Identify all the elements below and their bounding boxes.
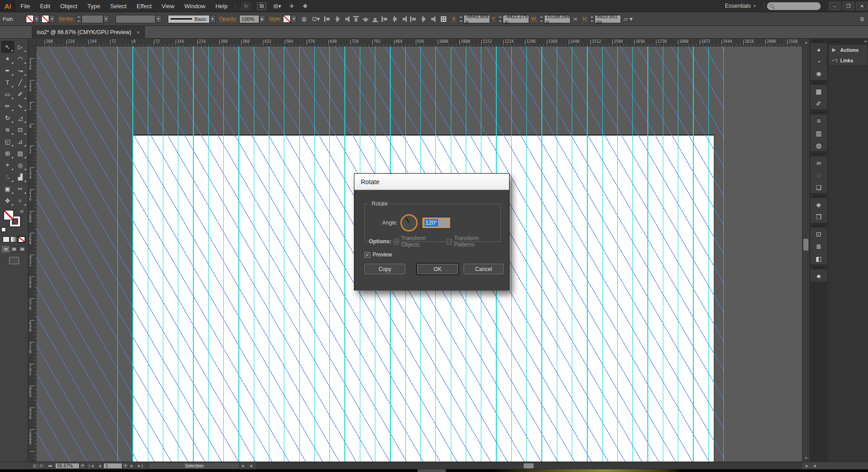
- touch-workspace-icon[interactable]: ❖: [303, 3, 308, 10]
- profile-dropdown[interactable]: ▼: [210, 15, 216, 23]
- ok-button[interactable]: OK: [417, 264, 458, 274]
- copy-button[interactable]: Copy: [364, 264, 405, 274]
- hand-tool[interactable]: ✥: [1, 195, 14, 206]
- x-stepper[interactable]: ▲▼: [459, 15, 464, 23]
- next-artboard-icon[interactable]: ▶: [131, 464, 133, 468]
- h-stepper[interactable]: ▲▼: [590, 15, 595, 23]
- previous-artboard-icon[interactable]: ◀: [98, 464, 101, 468]
- bridge-button[interactable]: Br: [242, 2, 251, 10]
- style-label[interactable]: Style:: [269, 16, 282, 22]
- symbols-panel-icon[interactable]: ♣: [810, 270, 827, 282]
- status-display[interactable]: Selection: [149, 462, 240, 469]
- pathfinder-panel-icon[interactable]: ◧: [810, 252, 827, 265]
- artboard-number-field[interactable]: 1: [103, 463, 122, 469]
- panel-grip[interactable]: [830, 41, 842, 42]
- export-icon[interactable]: ➦: [48, 463, 52, 469]
- panel-group-grip[interactable]: [810, 110, 828, 115]
- preview-checkbox[interactable]: ✓: [364, 252, 370, 258]
- fill-swatch[interactable]: [26, 15, 34, 23]
- menu-effect[interactable]: Effect: [131, 0, 156, 12]
- last-artboard-icon[interactable]: ▶❙: [138, 464, 144, 468]
- h-field[interactable]: 9923.551 px: [595, 15, 621, 23]
- menu-edit[interactable]: Edit: [35, 0, 55, 12]
- menu-help[interactable]: Help: [210, 0, 232, 12]
- mesh-tool[interactable]: ⊞: [1, 147, 14, 159]
- symbol-sprayer-tool[interactable]: ∴: [1, 171, 14, 183]
- panel-group-grip[interactable]: [810, 39, 828, 43]
- close-button[interactable]: ✕: [856, 2, 868, 10]
- color-button[interactable]: [3, 236, 10, 242]
- symbols-preview-panel-icon[interactable]: ◌: [810, 169, 827, 181]
- dialog-title-bar[interactable]: Rotate: [354, 174, 509, 190]
- fill-color-swatch[interactable]: [4, 210, 14, 220]
- stroke-dropdown[interactable]: ▼: [49, 15, 55, 23]
- horizontal-scrollbar[interactable]: [256, 462, 801, 469]
- panel-menu-icon[interactable]: ≣: [860, 16, 864, 22]
- align-horizontal-right-icon[interactable]: [343, 16, 349, 22]
- style-dropdown[interactable]: ▼: [291, 15, 297, 23]
- slice-tool[interactable]: ✂: [14, 183, 27, 195]
- w-field[interactable]: 15188.094 p: [544, 15, 570, 23]
- first-artboard-icon[interactable]: ❙◀: [88, 464, 94, 468]
- align-vertical-center-icon[interactable]: [363, 16, 368, 22]
- none-button[interactable]: [18, 236, 25, 242]
- panel-group-grip[interactable]: [810, 80, 828, 85]
- vertical-ruler[interactable]: 2161447207214421628836043250457664872079…: [28, 46, 36, 462]
- links-panel-tab[interactable]: ⌐⁊ Links: [828, 55, 868, 65]
- shear-icon[interactable]: ▱ ▾: [624, 15, 633, 22]
- zoom-dropdown[interactable]: ▼: [80, 463, 86, 469]
- lasso-tool[interactable]: ◠: [14, 53, 27, 65]
- fill-dropdown[interactable]: ▼: [34, 15, 40, 23]
- scale-tool[interactable]: ◿: [14, 112, 27, 124]
- collapse-panels-icon[interactable]: ◂◂: [864, 40, 866, 43]
- scroll-up-icon[interactable]: ▲: [802, 39, 810, 46]
- cancel-button[interactable]: Cancel: [464, 264, 504, 274]
- variable-width-profile[interactable]: Basic: [168, 15, 210, 23]
- shape-builder-tool[interactable]: ◱: [1, 136, 14, 147]
- search-input[interactable]: [767, 2, 821, 10]
- layers-panel-icon[interactable]: ◈: [810, 198, 827, 211]
- column-graph-tool[interactable]: ▟: [14, 171, 27, 183]
- align-horizontal-left-icon[interactable]: [324, 16, 330, 22]
- y-field[interactable]: -4421.275 p: [503, 15, 529, 23]
- line-segment-tool[interactable]: ╱: [14, 76, 27, 88]
- draw-behind-button[interactable]: [10, 246, 18, 252]
- draw-normal-button[interactable]: [2, 246, 10, 252]
- dock-collapse-icon[interactable]: ◀: [813, 464, 816, 468]
- scroll-left-icon[interactable]: ◀: [249, 464, 252, 468]
- scroll-down-icon[interactable]: ▼: [802, 454, 810, 462]
- angle-input[interactable]: 120°: [422, 217, 450, 228]
- asset-export-panel-icon[interactable]: ❏: [810, 181, 827, 193]
- document-tab[interactable]: iso2* @ 66.67% (CMYK/GPU Preview) ×: [32, 26, 145, 39]
- gradient-tool[interactable]: ▤: [14, 147, 27, 159]
- panel-group-grip[interactable]: [810, 223, 828, 228]
- menu-type[interactable]: Type: [82, 0, 105, 12]
- gradient-panel-icon[interactable]: ▥: [810, 127, 827, 139]
- stroke-swatch[interactable]: [41, 15, 49, 23]
- stroke-weight-dropdown[interactable]: ▼: [103, 15, 109, 23]
- width-tool[interactable]: ≋: [1, 124, 14, 136]
- panel-group-grip[interactable]: [810, 265, 828, 270]
- free-transform-tool[interactable]: ⊡: [14, 124, 27, 136]
- draw-inside-button[interactable]: [18, 246, 26, 252]
- change-screen-mode-button[interactable]: [9, 257, 19, 264]
- align-vertical-bottom-icon[interactable]: [373, 16, 378, 22]
- paintbrush-tool[interactable]: ✐: [14, 88, 27, 100]
- close-tab-icon[interactable]: ×: [137, 30, 140, 35]
- align-panel-icon[interactable]: ≣: [810, 240, 827, 252]
- stock-button[interactable]: St: [257, 2, 266, 10]
- angle-dial[interactable]: [400, 214, 418, 231]
- transform-patterns-checkbox[interactable]: [447, 239, 452, 245]
- actions-panel-tab[interactable]: ▶ Actions: [828, 45, 868, 55]
- artboards-panel-icon[interactable]: ❐: [810, 211, 827, 223]
- workspace-switcher[interactable]: Essentials: [725, 3, 751, 9]
- pencil-tool[interactable]: ✏: [1, 100, 14, 112]
- style-swatch[interactable]: [283, 15, 291, 23]
- stroke-panel-icon[interactable]: ≡: [810, 115, 827, 127]
- color-themes-panel-icon[interactable]: ❋: [810, 68, 827, 80]
- restore-button[interactable]: ❐: [843, 2, 854, 10]
- scroll-right-icon[interactable]: ▶: [806, 464, 808, 468]
- transform-panel-icon[interactable]: ⊡: [810, 228, 827, 240]
- opacity-field[interactable]: 100%: [239, 15, 259, 23]
- horizontal-ruler[interactable]: 2882161447207214421628836043250457664872…: [36, 39, 802, 46]
